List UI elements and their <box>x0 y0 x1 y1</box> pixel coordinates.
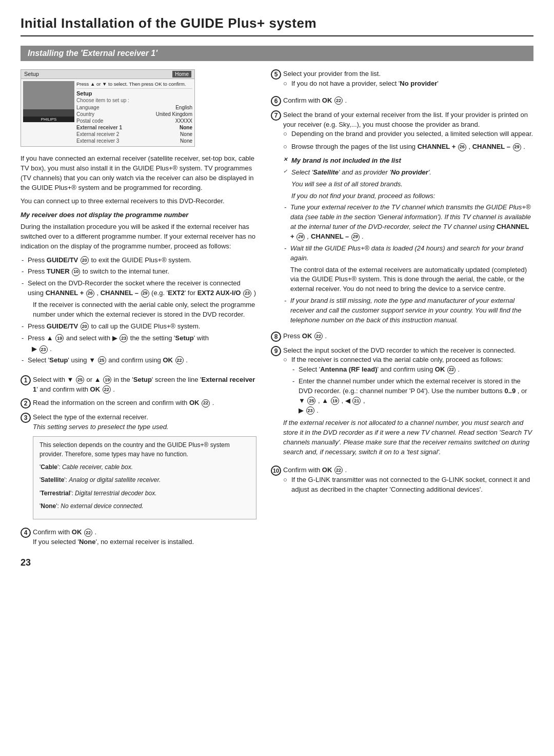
dash-item-3b: If the receiver is connected with the ae… <box>21 300 256 320</box>
step-3-content: Select the type of the external receiver… <box>33 413 256 524</box>
step-8: 8 Press OK 22 . <box>271 332 533 342</box>
setup-row-ext2: External receiver 2 None <box>76 131 192 138</box>
setup-title: Setup <box>76 90 192 96</box>
left-column: Setup Home PHILIPS Press ▲ or ▼ to selec… <box>21 69 256 568</box>
step-8-num: 8 <box>271 332 281 342</box>
page-number: 23 <box>21 557 256 568</box>
home-tab: Home <box>172 71 191 77</box>
check-1: Select 'Satellite' and as provider 'No p… <box>283 168 533 178</box>
step-5: 5 Select your provider from the list. If… <box>271 69 533 92</box>
step-7-bullet2: Browse through the pages of the list usi… <box>283 142 533 152</box>
setup-box-content: PHILIPS Press ▲ or ▼ to select. Then pre… <box>21 79 194 146</box>
dash-item-5: Press ▲ 19 and select with ▶ 23 the the … <box>21 334 256 343</box>
brand-dash-3: The control data of the external receive… <box>283 265 533 295</box>
step-4: 4 Confirm with OK 22 . If you selected '… <box>21 528 256 547</box>
step-9: 9 Select the input socket of the DVD rec… <box>271 346 533 461</box>
step-1-num: 1 <box>21 375 31 385</box>
step-3: 3 Select the type of the external receiv… <box>21 413 256 524</box>
step-3-box: This selection depends on the country an… <box>33 436 256 519</box>
title-divider <box>21 35 533 36</box>
step-10-content: Confirm with OK 22 . If the G-LINK trans… <box>283 466 533 498</box>
step-2-content: Read the information on the screen and c… <box>33 398 256 408</box>
step-4-content: Confirm with OK 22 . If you selected 'No… <box>33 528 256 547</box>
step-7: 7 Select the brand of your external rece… <box>271 110 533 327</box>
receiver-no-display-header: My receiver does not display the program… <box>21 210 256 220</box>
dash-item-4: Press GUIDE/TV 20 to call up the GUIDE P… <box>21 322 256 332</box>
setup-box: Setup Home PHILIPS Press ▲ or ▼ to selec… <box>21 69 195 147</box>
step-10-num: 10 <box>271 466 281 476</box>
dash-item-1: Press GUIDE/TV 20 to exit the GUIDE Plus… <box>21 256 256 265</box>
brand-not-included-header: My brand is not included in the list <box>283 156 533 166</box>
setup-instruction: Press ▲ or ▼ to select. Then press OK to… <box>76 81 192 89</box>
dash-item-2: Press TUNER 10 to switch to the internal… <box>21 267 256 277</box>
setup-row-postal: Postal code XXXXX <box>76 118 192 124</box>
section-header: Installing the 'External receiver 1' <box>21 46 533 61</box>
setup-box-right: Press ▲ or ▼ to select. Then press OK to… <box>76 81 192 144</box>
setup-row-ext1: External receiver 1 None <box>76 124 192 131</box>
step-9-dash-1: Select 'Antenna (RF lead)' and confirm u… <box>291 365 533 375</box>
step-6: 6 Confirm with OK 22 . <box>271 96 533 106</box>
setup-row-country: Country United Kingdom <box>76 111 192 118</box>
dash-item-5b: ▶ 23 . <box>21 345 256 354</box>
step-9-content: Select the input socket of the DVD recor… <box>283 346 533 461</box>
step-7-content: Select the brand of your external receiv… <box>283 110 533 327</box>
step-5-num: 5 <box>271 69 281 80</box>
step-9-num: 9 <box>271 346 281 356</box>
brand-not-included: My brand is not included in the list Sel… <box>283 156 533 325</box>
step-6-num: 6 <box>271 96 281 106</box>
step-10: 10 Confirm with OK 22 . If the G-LINK tr… <box>271 466 533 498</box>
step-7-bullet1: Depending on the brand and provider you … <box>283 129 533 139</box>
setup-box-image: PHILIPS <box>23 81 74 122</box>
dash-item-3: Select on the DVD-Recorder the socket wh… <box>21 279 256 298</box>
step-1: 1 Select with ▼ 25 or ▲ 19 in the 'Setup… <box>21 375 256 395</box>
intro-p2: You can connect up to three external rec… <box>21 197 256 206</box>
receiver-no-display-text: During the installation procedure you wi… <box>21 222 256 251</box>
step-8-content: Press OK 22 . <box>283 332 533 341</box>
step-2: 2 Read the information on the screen and… <box>21 398 256 409</box>
brand-dash-4: If your brand is still missing, note the… <box>283 296 533 325</box>
step-9-italic: If the external receiver is not allocate… <box>283 418 533 457</box>
step-6-content: Confirm with OK 22 . <box>283 96 533 106</box>
setup-row-ext3: External receiver 3 None <box>76 138 192 144</box>
step-9-bullet: If the receiver is connected via the aer… <box>283 355 533 415</box>
setup-subtitle: Choose item to set up : <box>76 98 192 103</box>
step-7-num: 7 <box>271 110 281 121</box>
check-2: You will see a list of all stored brands… <box>283 180 533 189</box>
step-10-bullet: If the G-LINK transmitter was not connec… <box>283 475 533 495</box>
philips-label: PHILIPS <box>23 117 74 122</box>
dash-item-6: Select 'Setup' using ▼ 25 and confirm us… <box>21 356 256 365</box>
check-3: If you do not find your brand, proceed a… <box>283 191 533 201</box>
setup-tab: Setup <box>24 71 39 77</box>
setup-row-language: Language English <box>76 104 192 111</box>
intro-p1: If you have connected an external receiv… <box>21 154 256 192</box>
brand-dash-1: Tune your external receiver to the TV ch… <box>283 203 533 241</box>
brand-dash-2: Wait till the GUIDE Plus+® data is loade… <box>283 244 533 263</box>
step-1-content: Select with ▼ 25 or ▲ 19 in the 'Setup' … <box>33 375 256 395</box>
step-2-num: 2 <box>21 398 31 409</box>
step-9-dash-2: Enter the channel number under which the… <box>291 377 533 415</box>
step-3-num: 3 <box>21 413 31 423</box>
step-5-bullet: If you do not have a provider, select 'N… <box>283 79 533 89</box>
step-4-num: 4 <box>21 528 31 538</box>
main-title: Initial Installation of the GUIDE Plus+ … <box>21 15 533 31</box>
right-column: 5 Select your provider from the list. If… <box>271 69 533 568</box>
setup-box-header: Setup Home <box>21 70 194 79</box>
step-5-content: Select your provider from the list. If y… <box>283 69 533 92</box>
